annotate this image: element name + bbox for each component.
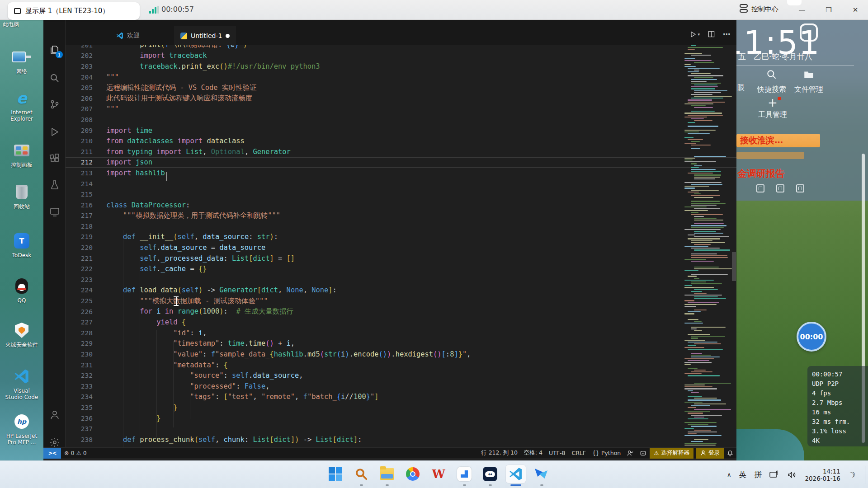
- tab-untitled-1[interactable]: Untitled-1: [174, 26, 236, 45]
- code-line-228[interactable]: 228 "id": i,: [66, 328, 736, 338]
- minimap[interactable]: [684, 45, 731, 447]
- code-line-208[interactable]: 208: [66, 114, 736, 125]
- cast-display-icon[interactable]: [769, 470, 779, 479]
- code-line-225[interactable]: 225 """模拟大数据加载 - 测试滚动体验""": [66, 296, 736, 306]
- close-button[interactable]: ✕: [845, 0, 866, 19]
- source-control-icon[interactable]: [43, 95, 66, 113]
- testing-icon[interactable]: [43, 176, 66, 194]
- ime-language-indicator[interactable]: 英: [739, 469, 746, 480]
- taskbar-wps-button[interactable]: W: [429, 465, 448, 483]
- code-line-218[interactable]: 218: [66, 221, 736, 232]
- code-line-215[interactable]: 215: [66, 189, 736, 200]
- cursor-position-button[interactable]: 行 212, 列 10: [478, 449, 521, 457]
- code-line-224[interactable]: 224 def load_data(self) -> Generator[dic…: [66, 285, 736, 296]
- code-line-238[interactable]: 238 def process_chunk(self, chunk: List[…: [66, 434, 736, 445]
- qr-icon[interactable]: [776, 184, 784, 192]
- indentation-button[interactable]: 空格: 4: [521, 449, 546, 457]
- account-icon[interactable]: [43, 406, 66, 424]
- run-python-button[interactable]: ▾: [689, 31, 700, 38]
- run-debug-icon[interactable]: [43, 123, 66, 141]
- taskbar-file-explorer-button[interactable]: [377, 465, 397, 483]
- restore-button[interactable]: ❐: [818, 0, 839, 19]
- desktop-icon-huorong[interactable]: 火绒安全软件: [0, 321, 43, 348]
- widget-banner[interactable]: 接收淮滨…: [736, 134, 820, 147]
- notifications-bell-icon[interactable]: [724, 450, 736, 456]
- code-line-210[interactable]: 210from dataclasses import dataclass: [66, 136, 736, 146]
- code-line-219[interactable]: 219 def __init__(self, data_source: str)…: [66, 232, 736, 243]
- sign-in-button[interactable]: 登录: [696, 448, 724, 459]
- eol-button[interactable]: CRLF: [568, 450, 589, 456]
- code-line-220[interactable]: 220 self.data_source = data_source: [66, 242, 736, 253]
- taskbar-vscode-button[interactable]: [506, 465, 526, 483]
- clock[interactable]: 14:11 2026-01-16: [805, 468, 840, 482]
- code-line-204[interactable]: 204""": [66, 72, 736, 83]
- desktop-icon-internet-explorer[interactable]: e Internet Explorer: [0, 89, 43, 122]
- minimize-button[interactable]: —: [792, 0, 812, 19]
- widget-banner-secondary[interactable]: [736, 152, 804, 159]
- code-line-209[interactable]: 209import time: [66, 125, 736, 136]
- desktop-icon-todesk[interactable]: T ToDesk: [0, 231, 43, 258]
- taskbar-search-button[interactable]: [351, 465, 371, 483]
- widget-item-file-manager[interactable]: 文件管理: [794, 69, 823, 94]
- widget-item-tool-manager[interactable]: + 工具管理: [758, 98, 787, 120]
- taskbar-blue-arrow-app-button[interactable]: [454, 465, 474, 483]
- code-line-207[interactable]: 207""": [66, 104, 736, 115]
- focus-assist-moon-icon[interactable]: ☽: [846, 469, 857, 481]
- taskbar-chrome-button[interactable]: [403, 465, 423, 483]
- qr-icon[interactable]: [756, 184, 764, 192]
- split-editor-icon[interactable]: [708, 31, 715, 38]
- search-icon[interactable]: [43, 69, 66, 87]
- code-line-216[interactable]: 216class DataProcessor:: [66, 200, 736, 211]
- speaker-icon[interactable]: [787, 470, 797, 479]
- code-line-236[interactable]: 236 }: [66, 413, 736, 424]
- feedback-icon[interactable]: [624, 450, 637, 456]
- code-line-223[interactable]: 223: [66, 274, 736, 285]
- more-actions-icon[interactable]: ⋯: [723, 30, 730, 38]
- code-line-206[interactable]: 206此代码设计用于测试远程键入响应和滚动流畅度: [66, 93, 736, 104]
- select-interpreter-button[interactable]: ⚠ 选择解释器: [650, 448, 693, 459]
- code-line-203[interactable]: 203 traceback.print_exc()#!/usr/bin/env …: [66, 61, 736, 72]
- desktop-icon-recycle-bin[interactable]: 回收站: [0, 183, 43, 210]
- taskbar-teamviewer-button[interactable]: ↔: [480, 465, 500, 483]
- code-line-235[interactable]: 235 }: [66, 402, 736, 413]
- taskbar-blue-bird-app-button[interactable]: [532, 465, 552, 483]
- widget-report-link[interactable]: 金调研报告: [737, 167, 785, 180]
- code-line-202[interactable]: 202 import traceback: [66, 51, 736, 61]
- code-line-229[interactable]: 229 "timestamp": time.time() + i,: [66, 338, 736, 349]
- desktop-icon-network[interactable]: 网络: [0, 47, 43, 75]
- code-line-221[interactable]: 221 self._processed_data: List[dict] = […: [66, 253, 736, 264]
- language-mode-button[interactable]: {} Python: [589, 450, 624, 456]
- code-line-217[interactable]: 217 """模拟数据处理类，用于测试代码补全和跳转""": [66, 211, 736, 221]
- remote-indicator-button[interactable]: ><: [43, 448, 61, 459]
- code-line-222[interactable]: 222 self._cache = {}: [66, 263, 736, 274]
- code-line-230[interactable]: 230 "value": f"sample_data_{hashlib.md5(…: [66, 349, 736, 360]
- encoding-button[interactable]: UTF-8: [546, 450, 568, 456]
- remote-display-tab[interactable]: 显示屏 1（LEN TE23-10）: [8, 2, 140, 20]
- code-line-232[interactable]: 232 "source": self.data_source,: [66, 370, 736, 381]
- desktop-icon-qq[interactable]: QQ: [0, 277, 43, 304]
- show-desktop-button[interactable]: [865, 466, 865, 484]
- remote-explorer-icon[interactable]: [43, 203, 66, 221]
- code-line-237[interactable]: 237: [66, 423, 736, 434]
- desktop-icon-hp-printer[interactable]: hp HP LaserJet Pro MFP ...: [0, 412, 43, 446]
- code-line-211[interactable]: 211from typing import List, Optional, Ge…: [66, 146, 736, 157]
- widget-item-quick-search[interactable]: 快捷搜索: [757, 69, 786, 94]
- desktop-icon-this-pc-label[interactable]: 此电脑: [3, 21, 19, 28]
- desktop-widget-panel[interactable]: 11:51 五 乙巳·蛇·冬月廿八 眼 快捷搜索 文件管理+ 工具管理 接收淮滨…: [736, 20, 868, 201]
- code-editor[interactable]: 201 print(f"\n\n测试出错: {e}")202 import tr…: [66, 45, 736, 447]
- taskbar-start-button[interactable]: [326, 465, 345, 483]
- control-center-button[interactable]: 控制中心: [740, 4, 778, 14]
- desktop-icon-control-panel[interactable]: 控制面板: [0, 141, 43, 168]
- ime-mode-indicator[interactable]: 拼: [754, 469, 762, 480]
- modified-dot-icon[interactable]: [226, 34, 230, 38]
- desktop-icon-vscode[interactable]: Visual Studio Code: [0, 367, 43, 401]
- code-line-227[interactable]: 227 yield {: [66, 317, 736, 328]
- qr-icon[interactable]: [796, 184, 804, 192]
- code-line-201[interactable]: 201 print(f"\n\n测试出错: {e}"): [66, 45, 736, 51]
- problems-button[interactable]: ⊗0 ⚠0: [61, 450, 90, 456]
- code-line-233[interactable]: 233 "processed": False,: [66, 381, 736, 392]
- tab-welcome[interactable]: 欢迎: [110, 26, 146, 45]
- editor-scrollbar[interactable]: [732, 252, 736, 281]
- extensions-icon[interactable]: [43, 149, 66, 167]
- copilot-icon[interactable]: [637, 450, 650, 456]
